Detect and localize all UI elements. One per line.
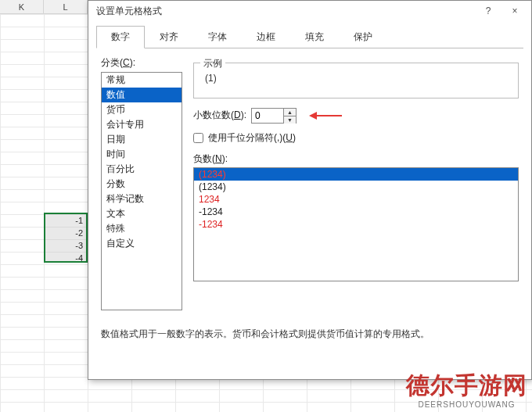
spin-up-button[interactable]: ▲: [284, 109, 296, 116]
format-description: 数值格式用于一般数字的表示。货币和会计格式则提供货币值计算的专用格式。: [101, 328, 519, 341]
negative-format-item[interactable]: -1234: [194, 218, 518, 231]
thousands-separator-label: 使用千位分隔符(,)(U): [208, 131, 296, 145]
decimal-places-input[interactable]: [252, 109, 283, 123]
category-item[interactable]: 时间: [102, 147, 182, 162]
cell-value: -3: [45, 239, 86, 252]
tab-0[interactable]: 数字: [96, 26, 145, 48]
format-cells-dialog: 设置单元格格式 ? × 数字对齐字体边框填充保护 分类(C): 常规数值货币会计…: [88, 0, 532, 380]
negative-format-item[interactable]: (1234): [194, 181, 518, 193]
category-item[interactable]: 特殊: [102, 221, 182, 236]
category-item[interactable]: 会计专用: [102, 117, 182, 132]
cell-value: -4: [45, 252, 86, 264]
tab-5[interactable]: 保护: [339, 26, 387, 48]
category-item[interactable]: 分数: [102, 177, 182, 192]
negative-format-listbox[interactable]: (1234)(1234)1234-1234-1234: [193, 167, 519, 281]
category-item[interactable]: 百分比: [102, 162, 182, 177]
watermark-chinese: 德尔手游网: [406, 370, 527, 402]
thousands-separator-row[interactable]: 使用千位分隔符(,)(U): [193, 131, 519, 145]
sample-value: (1): [202, 73, 510, 84]
category-listbox[interactable]: 常规数值货币会计专用日期时间百分比分数科学记数文本特殊自定义: [101, 72, 182, 310]
column-header-L[interactable]: L: [44, 0, 88, 13]
close-button[interactable]: ×: [501, 2, 528, 20]
decimal-places-spinner[interactable]: ▲ ▼: [251, 108, 297, 124]
negative-format-item[interactable]: (1234): [194, 168, 518, 181]
annotation-arrow-icon: [309, 113, 342, 120]
thousands-separator-checkbox[interactable]: [193, 133, 203, 143]
category-item[interactable]: 数值: [102, 88, 182, 102]
negative-format-item[interactable]: -1234: [194, 206, 518, 218]
tab-4[interactable]: 填充: [290, 26, 339, 48]
watermark-logo: 德尔手游网 DEERSHOUYOUWANG: [406, 370, 527, 409]
category-item[interactable]: 科学记数: [102, 192, 182, 206]
category-item[interactable]: 自定义: [102, 236, 182, 251]
selected-cells[interactable]: -1 -2 -3 -4: [44, 213, 88, 263]
watermark-english: DEERSHOUYOUWANG: [418, 400, 515, 409]
cell-value: -1: [45, 214, 86, 227]
tab-strip: 数字对齐字体边框填充保护: [96, 26, 523, 48]
tab-2[interactable]: 字体: [193, 26, 242, 48]
sample-title: 示例: [200, 57, 225, 70]
dialog-titlebar[interactable]: 设置单元格格式 ? ×: [88, 1, 531, 21]
category-item[interactable]: 货币: [102, 102, 182, 117]
sample-groupbox: 示例 (1): [193, 63, 519, 99]
negative-format-item[interactable]: 1234: [194, 193, 518, 206]
spin-down-button[interactable]: ▼: [284, 116, 296, 124]
cell-value: -2: [45, 227, 86, 239]
tab-3[interactable]: 边框: [242, 26, 290, 48]
help-button[interactable]: ?: [475, 2, 501, 20]
negative-numbers-label: 负数(N):: [193, 152, 519, 166]
category-item[interactable]: 日期: [102, 132, 182, 147]
decimal-places-label: 小数位数(D):: [193, 109, 246, 122]
tab-1[interactable]: 对齐: [145, 26, 193, 48]
dialog-title: 设置单元格格式: [96, 5, 475, 18]
category-item[interactable]: 常规: [102, 73, 182, 88]
column-header-K[interactable]: K: [0, 0, 44, 13]
category-item[interactable]: 文本: [102, 206, 182, 221]
